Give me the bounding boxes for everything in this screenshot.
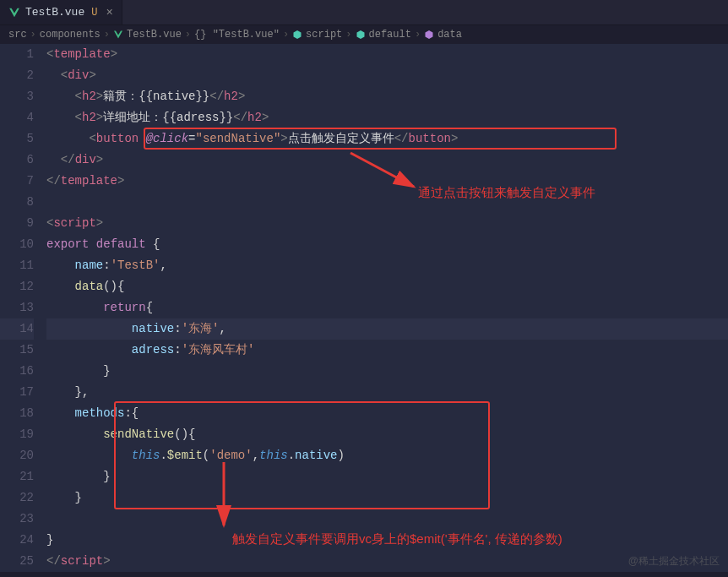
- line-number: 25: [0, 551, 34, 572]
- breadcrumb-item[interactable]: data: [437, 29, 462, 41]
- chevron-right-icon: ›: [345, 29, 351, 41]
- breadcrumb-item[interactable]: components: [40, 29, 101, 41]
- breadcrumb-item[interactable]: default: [369, 29, 411, 41]
- tab-name: TestB.vue: [25, 6, 84, 19]
- vue-icon: [113, 30, 123, 40]
- tab-modified-indicator: U: [91, 7, 97, 19]
- method-icon: [424, 30, 434, 40]
- line-number: 23: [0, 509, 34, 530]
- code-line: <template>: [46, 44, 728, 65]
- line-number: 14: [0, 318, 34, 340]
- code-line: </div>: [46, 150, 728, 171]
- code-line: [46, 509, 728, 530]
- code-line: </script>: [46, 551, 728, 572]
- code-line: },: [46, 382, 728, 403]
- annotation-text: 通过点击按钮来触发自定义事件: [418, 185, 595, 201]
- code-line: data(){: [46, 276, 728, 297]
- cube-icon: [356, 30, 366, 40]
- line-number: 4: [0, 107, 34, 128]
- breadcrumb-item[interactable]: script: [306, 29, 342, 41]
- code-line: <h2>详细地址：{{adress}}</h2>: [46, 107, 728, 128]
- line-number: 9: [0, 213, 34, 234]
- line-number: 1: [0, 44, 34, 65]
- annotation-text: 触发自定义事件要调用vc身上的$emit('事件名', 传递的参数): [232, 531, 562, 547]
- code-line: <h2>籍贯：{{native}}</h2>: [46, 86, 728, 107]
- line-number: 20: [0, 445, 34, 466]
- chevron-right-icon: ›: [104, 29, 110, 41]
- line-number: 22: [0, 487, 34, 509]
- breadcrumb-item[interactable]: {} "TestB.vue": [194, 29, 280, 41]
- code-line: export default {: [46, 234, 728, 255]
- chevron-right-icon: ›: [283, 29, 289, 41]
- chevron-right-icon: ›: [185, 29, 191, 41]
- code-line: methods:{: [46, 403, 728, 424]
- code-line: <script>: [46, 213, 728, 234]
- code-line: <div>: [46, 65, 728, 86]
- line-number: 3: [0, 86, 34, 107]
- line-number: 19: [0, 424, 34, 445]
- line-number: 5: [0, 128, 34, 150]
- line-number: 10: [0, 234, 34, 255]
- code-line: [46, 192, 728, 213]
- line-number: 6: [0, 150, 34, 171]
- chevron-right-icon: ›: [30, 29, 36, 41]
- line-number: 11: [0, 255, 34, 276]
- breadcrumb: src › components › TestB.vue › {} "TestB…: [0, 25, 728, 44]
- code-line: </template>: [46, 171, 728, 192]
- code-line: sendNative(){: [46, 424, 728, 445]
- code-line: }: [46, 466, 728, 487]
- code-line: return{: [46, 297, 728, 318]
- vue-icon: [8, 7, 20, 19]
- line-number: 7: [0, 171, 34, 192]
- line-number: 2: [0, 65, 34, 86]
- code-editor[interactable]: 1 2 3 4 5 6 7 8 9 10 11 12 13 14 15 16 1…: [0, 44, 728, 572]
- code-line: <button @click="sendNative">点击触发自定义事件</b…: [46, 128, 728, 150]
- code-line: name:'TestB',: [46, 255, 728, 276]
- watermark: @稀土掘金技术社区: [628, 554, 720, 569]
- line-number: 17: [0, 382, 34, 403]
- breadcrumb-item[interactable]: TestB.vue: [127, 29, 182, 41]
- line-number: 16: [0, 361, 34, 382]
- line-gutter: 1 2 3 4 5 6 7 8 9 10 11 12 13 14 15 16 1…: [0, 44, 46, 572]
- code-line: }: [46, 487, 728, 509]
- line-number: 13: [0, 297, 34, 318]
- code-content[interactable]: <template> <div> <h2>籍贯：{{native}}</h2> …: [46, 44, 728, 572]
- line-number: 24: [0, 530, 34, 551]
- line-number: 12: [0, 276, 34, 297]
- chevron-right-icon: ›: [415, 29, 421, 41]
- code-line: this.$emit('demo',this.native): [46, 445, 728, 466]
- code-line: }: [46, 361, 728, 382]
- code-line: adress:'东海风车村': [46, 340, 728, 361]
- file-tab[interactable]: TestB.vue U ×: [0, 0, 122, 24]
- tab-bar: TestB.vue U ×: [0, 0, 728, 25]
- code-line: native:'东海',: [46, 318, 728, 340]
- close-icon[interactable]: ×: [106, 6, 112, 19]
- breadcrumb-item[interactable]: src: [8, 29, 27, 41]
- line-number: 18: [0, 403, 34, 424]
- cube-icon: [292, 30, 302, 40]
- line-number: 8: [0, 192, 34, 213]
- line-number: 15: [0, 340, 34, 361]
- line-number: 21: [0, 466, 34, 487]
